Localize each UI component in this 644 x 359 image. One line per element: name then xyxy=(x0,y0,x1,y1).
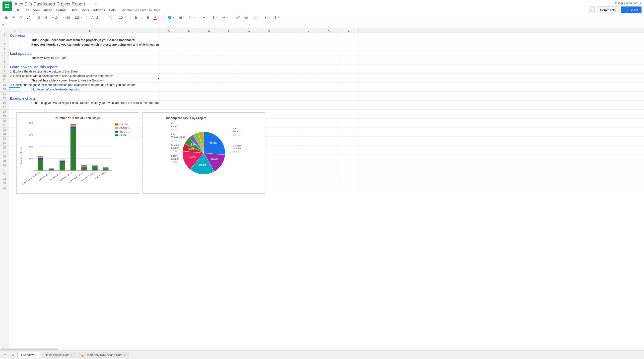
comments-button[interactable]: Comments xyxy=(597,6,619,14)
functions-icon[interactable]: Σ xyxy=(273,15,280,20)
sheets-logo-icon[interactable] xyxy=(2,2,12,11)
all-sheets-button[interactable]: ≡ xyxy=(10,352,16,358)
text-color-icon[interactable]: A xyxy=(152,14,161,21)
chart-pie-title: Incomplete Tasks by Project xyxy=(166,116,206,120)
svg-text:Launch: Launch xyxy=(172,125,179,128)
menu-edit[interactable]: Edit xyxy=(24,8,29,12)
formula-bar[interactable]: fx xyxy=(0,22,644,28)
svg-rect-16 xyxy=(115,134,118,136)
col-E[interactable]: E xyxy=(199,28,219,33)
sheet-tab-basic-project-data[interactable]: Basic Project Data▾ xyxy=(41,352,76,358)
horizontal-scrollbar[interactable] xyxy=(0,348,644,350)
chart-ylabel: Number of Tasks xyxy=(20,147,22,165)
redo-icon[interactable]: ↷ xyxy=(18,15,24,20)
font-select[interactable]: Arial xyxy=(89,15,112,20)
col-F[interactable]: F xyxy=(219,28,239,33)
account-menu[interactable]: trish@asana.com▼ xyxy=(615,2,642,5)
svg-text:Franci…: Franci… xyxy=(233,130,242,132)
grid-cells[interactable]: OverviewThis Google Sheet pulls data fro… xyxy=(9,34,644,348)
strikethrough-icon[interactable]: S xyxy=(146,15,151,20)
col-C[interactable]: C xyxy=(160,28,179,33)
menu-help[interactable]: Help xyxy=(109,8,116,12)
italic-icon[interactable]: I xyxy=(140,15,144,20)
col-H[interactable]: H xyxy=(259,28,279,33)
share-button[interactable]: 👥 Share xyxy=(621,6,642,14)
svg-rect-38 xyxy=(92,166,98,170)
col-I[interactable]: I xyxy=(279,28,299,33)
save-status: All changes saved in Drive xyxy=(122,8,160,12)
svg-text:INCOM…: INCOM… xyxy=(119,130,130,133)
menu-data[interactable]: Data xyxy=(70,8,77,12)
format-increase-decimal[interactable]: →.00 xyxy=(60,15,71,20)
col-G[interactable]: G xyxy=(239,28,259,33)
col-J[interactable]: J xyxy=(299,28,319,33)
svg-rect-36 xyxy=(82,166,87,166)
svg-text:Miami: Miami xyxy=(172,154,178,157)
halign-icon[interactable]: ≡ xyxy=(202,15,209,20)
svg-text:15.5%: 15.5% xyxy=(233,150,240,153)
format-currency[interactable]: $ xyxy=(36,15,41,20)
move-folder-icon[interactable]: ⟲ xyxy=(94,2,97,6)
select-all-corner[interactable] xyxy=(0,28,9,33)
menu-tools[interactable]: Tools xyxy=(81,8,89,12)
svg-rect-27 xyxy=(60,161,65,162)
font-size-select[interactable]: 10 xyxy=(117,15,128,20)
svg-text:5.7%: 5.7% xyxy=(172,139,177,142)
col-K[interactable]: K xyxy=(319,28,339,33)
svg-rect-31 xyxy=(70,126,76,128)
svg-rect-14 xyxy=(115,131,118,133)
lock-icon: 🔒 xyxy=(81,354,84,357)
svg-rect-26 xyxy=(60,162,65,170)
svg-rect-30 xyxy=(70,128,76,170)
svg-text:1200: 1200 xyxy=(28,122,33,124)
fill-color-icon[interactable]: 🪣 xyxy=(166,15,176,20)
sheet-tab-overview[interactable]: Overview▾ xyxy=(18,352,40,358)
filter-icon[interactable]: ▼ xyxy=(262,15,272,20)
merge-icon[interactable]: ⬚ xyxy=(188,15,196,20)
svg-text:15.5%: 15.5% xyxy=(211,158,218,160)
document-title[interactable]: Alex D.'s Dashboard Project Report xyxy=(14,2,85,7)
col-D[interactable]: D xyxy=(179,28,199,33)
valign-icon[interactable]: ⬍ xyxy=(211,15,219,20)
menu-insert[interactable]: Insert xyxy=(44,8,52,12)
svg-text:Vegas Launch: Vegas Launch xyxy=(172,136,186,138)
share-icon: 👥 xyxy=(624,8,628,12)
svg-rect-42 xyxy=(103,168,108,170)
paint-format-icon[interactable]: 🖌 xyxy=(25,15,32,20)
wrap-icon[interactable]: ↩ xyxy=(221,15,229,20)
menu-file[interactable]: File xyxy=(14,8,20,12)
format-percent[interactable]: % xyxy=(43,15,49,20)
col-L[interactable]: L xyxy=(339,28,359,33)
undo-icon[interactable]: ↶ xyxy=(11,15,16,20)
col-B[interactable]: B xyxy=(20,28,160,33)
menu-format[interactable]: Format xyxy=(56,8,66,12)
comment-icon[interactable]: 💬 xyxy=(243,15,250,20)
star-icon[interactable]: ☆ xyxy=(88,2,91,6)
svg-text:Chicago: Chicago xyxy=(233,144,242,147)
svg-rect-35 xyxy=(82,166,87,167)
svg-text:26.3%: 26.3% xyxy=(210,142,217,145)
svg-rect-33 xyxy=(70,124,76,125)
menu-addons[interactable]: Add-ons xyxy=(93,8,105,12)
svg-rect-23 xyxy=(48,169,54,169)
fx-label: fx xyxy=(2,23,4,27)
chat-icon[interactable]: ▪ xyxy=(589,6,595,14)
format-decrease-decimal[interactable]: ←.0 xyxy=(50,15,59,20)
chart-pie[interactable]: Incomplete Tasks by Project 26.3%15.5%19… xyxy=(142,112,265,194)
menu-view[interactable]: View xyxy=(33,8,40,12)
sheet-tab-readonly-raw[interactable]: 🔒 Read-only Raw Asana Data▾ xyxy=(77,352,129,358)
chart-icon[interactable]: 📊 xyxy=(251,15,261,20)
borders-icon[interactable]: ▦ xyxy=(178,15,186,20)
add-sheet-button[interactable]: + xyxy=(2,352,8,358)
svg-text:Las: Las xyxy=(172,133,176,136)
bold-icon[interactable]: B xyxy=(133,15,138,20)
svg-text:COMPL…: COMPL… xyxy=(119,134,130,136)
titlebar: Alex D.'s Dashboard Project Report ☆ ⟲ F… xyxy=(0,0,644,13)
row-headers: 1234567891011121314151617181920212223242… xyxy=(0,34,9,348)
print-icon[interactable]: 🖶 xyxy=(3,15,9,20)
col-A[interactable]: A xyxy=(9,28,20,33)
chart-bar[interactable]: Number of Tasks at Each Stage Number of … xyxy=(16,112,139,194)
link-icon[interactable]: 🔗 xyxy=(234,15,242,20)
format-more[interactable]: 123 xyxy=(73,15,84,20)
svg-rect-29 xyxy=(60,160,65,160)
